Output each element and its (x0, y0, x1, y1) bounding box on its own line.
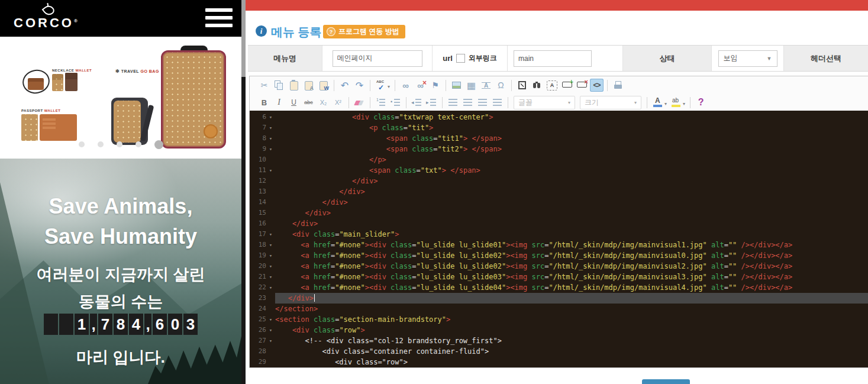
line-number: 25 (250, 314, 266, 325)
hamburger-menu-icon[interactable] (205, 8, 233, 27)
align-right-icon[interactable] (476, 96, 489, 109)
menu-name-input[interactable] (333, 50, 422, 67)
line-number: 20 (250, 261, 266, 272)
fold-toggle-icon[interactable] (266, 325, 275, 335)
bubble-remove-icon[interactable] (575, 79, 589, 92)
dropdown-caret-icon[interactable] (664, 101, 667, 107)
product-slider[interactable]: NECKLACE WALLET PASSPORT WALLET ✻ TRAVEL… (0, 37, 241, 159)
table-icon[interactable] (464, 79, 478, 92)
toolbar-separator (647, 97, 647, 108)
code-text: <div class="main_slider"> (275, 229, 868, 240)
source-code-area[interactable]: 6<div class="txtwrap text-center">7<p cl… (250, 111, 868, 367)
carousel-dot-3[interactable] (117, 141, 122, 147)
indent-icon[interactable] (425, 96, 438, 109)
undo-icon[interactable] (338, 79, 351, 92)
image-icon[interactable] (450, 79, 463, 92)
code-text: <!-- <div class="col-12 brandstory_row_f… (275, 335, 868, 346)
dropdown-caret-icon[interactable] (388, 84, 390, 89)
ul-icon[interactable] (389, 96, 402, 109)
scrollbar-thumb[interactable] (241, 0, 246, 77)
fold-toggle-icon[interactable] (266, 229, 275, 240)
font-select[interactable]: 글꼴 (514, 96, 575, 109)
paste-text-icon[interactable] (302, 79, 315, 92)
fold-toggle-icon[interactable] (266, 112, 275, 122)
fold-toggle-icon[interactable] (266, 133, 275, 144)
underline-icon[interactable] (287, 96, 301, 109)
bg-color-icon[interactable] (669, 96, 683, 109)
cut-icon[interactable] (257, 79, 271, 92)
necklace-wallet-pouch (28, 78, 44, 90)
code-text: <a href="#none"><div class="lu_slide lu_… (275, 240, 868, 250)
maximize-icon[interactable] (515, 79, 529, 92)
text-color-icon[interactable] (651, 96, 664, 109)
bold-icon[interactable] (257, 96, 271, 109)
print-icon[interactable] (611, 79, 625, 92)
carousel-dot-1[interactable] (79, 141, 85, 147)
vertical-scrollbar[interactable] (241, 0, 246, 384)
fold-toggle-icon[interactable] (266, 240, 275, 250)
select-arrow-icon (767, 56, 772, 62)
line-number: 13 (250, 186, 266, 197)
top-accent-bar (246, 0, 868, 11)
url-value-cell (508, 46, 623, 71)
unlink-icon[interactable] (414, 79, 427, 92)
url-input[interactable] (514, 50, 592, 67)
paste-icon[interactable] (287, 79, 301, 92)
code-text: </div> (275, 293, 868, 304)
carousel-dot-4[interactable] (135, 141, 141, 147)
omega-icon[interactable] (494, 79, 508, 92)
redo-icon[interactable] (353, 79, 366, 92)
source-icon[interactable] (590, 79, 604, 92)
menu-form-row: 메뉴명 url 외부링크 상태 보임 헤더선택 (248, 45, 868, 72)
code-text: <a href="#none"><div class="lu_slide lu_… (275, 250, 868, 261)
corco-logo[interactable]: CORCO® (13, 4, 78, 34)
align-center-icon[interactable] (461, 96, 475, 109)
program-link-help-button[interactable]: ? 프로그램 연동 방법 (323, 25, 405, 38)
spell-icon[interactable] (374, 79, 388, 92)
copy-icon[interactable] (272, 79, 286, 92)
fold-toggle-icon[interactable] (266, 314, 275, 325)
big-bag-logo-badge (204, 124, 218, 138)
help-icon[interactable] (694, 96, 708, 109)
fold-toggle-icon[interactable] (266, 165, 275, 176)
align-left-icon[interactable] (446, 96, 460, 109)
paste-word-icon[interactable] (317, 79, 330, 92)
flag-icon[interactable] (428, 79, 442, 92)
fold-toggle-icon[interactable] (266, 261, 275, 272)
toolbar-separator (349, 97, 349, 108)
eraser-icon[interactable] (353, 96, 366, 109)
carousel-dot-5[interactable] (154, 140, 163, 149)
code-text: <div class="txtwrap text-center"> (275, 112, 868, 122)
fold-toggle-icon[interactable] (266, 144, 275, 154)
select-all-icon[interactable] (547, 80, 557, 91)
fold-toggle-icon[interactable] (266, 335, 275, 346)
size-select[interactable]: 크기 (580, 96, 641, 109)
bubble-add-icon[interactable] (560, 79, 574, 92)
italic-icon[interactable] (272, 96, 286, 109)
save-button[interactable]: 저장하기 (642, 379, 690, 384)
outdent-icon[interactable] (410, 96, 424, 109)
fold-spacer (266, 208, 275, 218)
counter-digit-cell: 3 (183, 314, 198, 335)
hline-icon[interactable] (479, 79, 493, 92)
code-line-18: 18<a href="#none"><div class="lu_slide l… (250, 240, 868, 250)
align-justify-icon[interactable] (491, 96, 504, 109)
find-icon[interactable] (530, 79, 544, 92)
fold-toggle-icon[interactable] (266, 250, 275, 261)
code-text: </section> (275, 304, 868, 314)
carousel-dot-2[interactable] (98, 141, 104, 147)
strike-icon[interactable] (302, 96, 315, 109)
sub-icon[interactable] (317, 96, 330, 109)
external-link-checkbox[interactable] (456, 54, 465, 63)
status-select[interactable]: 보임 (718, 50, 777, 67)
fold-toggle-icon[interactable] (266, 272, 275, 282)
line-number: 7 (250, 122, 266, 133)
counter-digit-cell: 0 (168, 314, 182, 335)
fold-toggle-icon[interactable] (266, 122, 275, 133)
dropdown-caret-icon[interactable] (683, 101, 685, 107)
fold-toggle-icon[interactable] (266, 282, 275, 293)
sup-icon[interactable] (331, 96, 345, 109)
ol-icon[interactable] (374, 96, 388, 109)
line-number: 11 (250, 165, 266, 176)
link-icon[interactable] (399, 79, 412, 92)
